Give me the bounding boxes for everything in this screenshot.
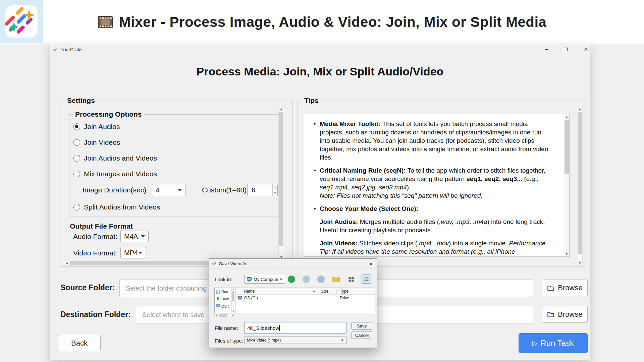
back-button[interactable]: Back xyxy=(58,335,101,351)
tips-panel: •Media Mixer Toolkit: This set of tools … xyxy=(304,114,570,257)
column-header-size[interactable]: Size xyxy=(321,289,328,294)
column-divider[interactable] xyxy=(336,289,337,294)
save-video-as-dialog: Save Video As ✕ Look in: My Computer ← →… xyxy=(209,258,377,348)
spinner-down-icon[interactable]: ▼ xyxy=(273,190,277,196)
output-format-label: Output File Format xyxy=(70,222,133,230)
scroll-down-icon[interactable]: ▼ xyxy=(564,251,569,256)
radio-label: Join Videos xyxy=(84,138,120,146)
browse-button-label: Browse xyxy=(558,284,582,292)
column-divider[interactable] xyxy=(318,289,318,294)
look-in-label: Look in: xyxy=(215,277,232,282)
radio-icon[interactable] xyxy=(73,204,80,210)
files-of-type-dropdown[interactable]: MP4 Video (*.mp4) xyxy=(244,337,346,344)
scroll-up-icon[interactable]: ▲ xyxy=(577,106,582,112)
scroll-up-icon[interactable]: ▲ xyxy=(564,114,569,119)
custom-duration-label: Custom(1–60): xyxy=(202,186,249,194)
scroll-left-icon[interactable]: ◄ xyxy=(215,314,218,317)
radio-mix-images-videos[interactable]: Mix Images and Videos xyxy=(73,170,157,178)
scroll-right-icon[interactable]: ► xyxy=(231,314,235,317)
destination-browse-button[interactable]: Browse xyxy=(542,306,588,323)
radio-split-audios[interactable]: Split Audios from Videos xyxy=(73,203,160,211)
sidebar-horizontal-scrollbar[interactable]: ◄ ► xyxy=(214,313,235,317)
settings-vertical-scrollbar[interactable]: ▲ ▼ xyxy=(278,106,284,260)
document-icon xyxy=(216,290,220,294)
download-icon xyxy=(216,297,220,301)
folder-icon xyxy=(547,285,554,291)
file-name-label: File name: xyxy=(215,325,238,331)
custom-duration-spinner[interactable]: 6 ▲▼ xyxy=(247,184,278,196)
radio-join-audios[interactable]: Join Audios xyxy=(73,123,120,131)
column-header-name[interactable]: Name xyxy=(244,289,255,294)
detail-view-icon xyxy=(364,277,369,281)
scroll-up-icon[interactable]: ▲ xyxy=(279,106,284,112)
save-button[interactable]: Save xyxy=(352,322,372,329)
maximize-button[interactable] xyxy=(558,44,573,54)
nav-up-button[interactable]: ↑ xyxy=(317,276,325,283)
places-sidebar: Doc Dow OS ( ▲ ▼ xyxy=(214,288,235,313)
sort-ascending-icon xyxy=(313,290,315,292)
scrollbar-thumb[interactable] xyxy=(279,112,283,246)
scroll-up-icon[interactable]: ▲ xyxy=(232,288,235,291)
close-button[interactable]: ✕ xyxy=(578,44,594,54)
file-list: Name Size Type OS (C:) Drive xyxy=(235,288,375,313)
list-view-button[interactable] xyxy=(348,277,354,282)
file-row-name: OS (C:) xyxy=(244,296,258,300)
close-icon: ✕ xyxy=(369,261,373,266)
processing-options-label: Processing Options xyxy=(73,110,144,118)
scrollbar-thumb[interactable] xyxy=(232,291,234,301)
run-task-label: Run Task xyxy=(540,339,574,348)
image-duration-dropdown[interactable]: 4 xyxy=(152,184,185,196)
image-duration-label: Image Duration(sec): xyxy=(83,186,148,194)
browse-button-label: Browse xyxy=(558,310,582,319)
radio-join-videos[interactable]: Join Videos xyxy=(73,138,120,146)
cancel-button[interactable]: Cancel xyxy=(352,331,372,339)
files-of-type-label: Files of type: xyxy=(215,338,243,344)
run-task-button[interactable]: ▷ Run Task xyxy=(519,333,588,353)
computer-icon xyxy=(216,304,220,308)
video-format-value: MP4 xyxy=(124,249,138,257)
drive-icon xyxy=(238,296,242,300)
radio-icon[interactable] xyxy=(73,171,80,177)
radio-label: Join Audios and Videos xyxy=(84,154,157,162)
cancel-button-label: Cancel xyxy=(355,333,369,338)
scrollbar-thumb[interactable] xyxy=(219,314,227,317)
nav-back-button[interactable]: ← xyxy=(288,276,295,283)
new-folder-button[interactable] xyxy=(332,276,340,283)
video-format-dropdown[interactable]: MP4 xyxy=(120,247,146,258)
dialog-close-button[interactable]: ✕ xyxy=(367,260,375,267)
destination-folder-label: Destination Folder: xyxy=(60,310,131,319)
audio-format-dropdown[interactable]: M4A xyxy=(120,231,149,242)
file-name-value: 4K_Slideshow xyxy=(247,325,279,331)
scroll-down-icon[interactable]: ▼ xyxy=(577,260,582,266)
look-in-dropdown[interactable]: My Computer xyxy=(244,275,285,284)
tips-outer-scrollbar[interactable]: ▲ ▼ xyxy=(577,106,583,266)
audio-format-label: Audio Format: xyxy=(73,233,117,241)
page-title: Mixer - Process Image, Audio & Video: Jo… xyxy=(0,0,644,44)
scrollbar-thumb[interactable] xyxy=(565,120,569,174)
files-of-type-value: MP4 Video (*.mp4) xyxy=(247,338,339,343)
tips-inner-scrollbar[interactable]: ▲ ▼ xyxy=(564,114,569,256)
scroll-down-icon[interactable]: ▼ xyxy=(232,310,235,313)
radio-icon[interactable] xyxy=(73,155,80,162)
radio-join-audios-videos[interactable]: Join Audios and Videos xyxy=(73,154,157,162)
detail-view-button[interactable] xyxy=(362,275,371,284)
chevron-down-icon xyxy=(178,189,182,191)
folder-icon xyxy=(547,311,554,317)
film-strip-icon xyxy=(98,16,113,28)
source-browse-button[interactable]: Browse xyxy=(542,280,588,296)
window-title: FourClicks xyxy=(60,44,83,55)
column-header-type[interactable]: Type xyxy=(340,289,348,294)
minimize-button[interactable] xyxy=(539,44,554,54)
radio-icon[interactable] xyxy=(73,123,80,130)
radio-icon[interactable] xyxy=(73,139,80,146)
spinner-up-icon[interactable]: ▲ xyxy=(273,184,277,190)
scroll-left-icon[interactable]: ◄ xyxy=(64,260,69,265)
nav-forward-button[interactable]: → xyxy=(303,276,310,283)
scrollbar-thumb[interactable] xyxy=(578,112,582,254)
sidebar-vertical-scrollbar[interactable]: ▲ ▼ xyxy=(231,288,235,313)
screen: Mixer - Process Image, Audio & Video: Jo… xyxy=(0,0,644,362)
file-row-os-c[interactable]: OS (C:) Drive xyxy=(235,295,375,301)
dialog-title: Save Video As xyxy=(219,259,247,269)
spinner-arrows[interactable]: ▲▼ xyxy=(272,184,277,196)
file-name-input[interactable]: 4K_Slideshow xyxy=(244,322,346,334)
